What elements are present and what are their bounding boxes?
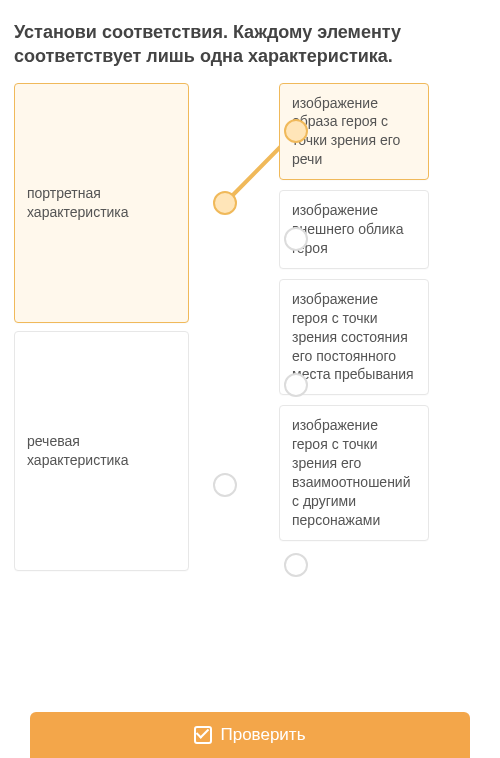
left-item-label: портретная характеристика bbox=[27, 184, 176, 222]
left-item-1[interactable]: речевая характеристика bbox=[14, 331, 189, 571]
right-item-label: изображение внешнего облика героя bbox=[292, 201, 416, 258]
right-item-3[interactable]: изображение героя с точки зрения его вза… bbox=[279, 405, 429, 540]
check-button[interactable]: Проверить bbox=[30, 712, 470, 758]
left-item-label: речевая характеристика bbox=[27, 432, 176, 470]
left-column: портретная характеристика речевая характ… bbox=[14, 83, 189, 571]
right-item-label: изображение образа героя с точки зрения … bbox=[292, 94, 416, 170]
matching-area: портретная характеристика речевая характ… bbox=[14, 83, 486, 571]
left-item-0[interactable]: портретная характеристика bbox=[14, 83, 189, 323]
left-node-0[interactable] bbox=[213, 191, 237, 215]
right-node-2[interactable] bbox=[284, 373, 308, 397]
right-node-0[interactable] bbox=[284, 119, 308, 143]
right-node-3[interactable] bbox=[284, 553, 308, 577]
left-node-1[interactable] bbox=[213, 473, 237, 497]
question-prompt: Установи соответствия. Каждому элементу … bbox=[14, 20, 486, 69]
check-button-label: Проверить bbox=[220, 725, 305, 745]
right-item-label: изображение героя с точки зрения состоян… bbox=[292, 290, 416, 384]
right-item-label: изображение героя с точки зрения его вза… bbox=[292, 416, 416, 529]
right-node-1[interactable] bbox=[284, 227, 308, 251]
right-column: изображение образа героя с точки зрения … bbox=[279, 83, 429, 571]
check-icon bbox=[194, 726, 212, 744]
